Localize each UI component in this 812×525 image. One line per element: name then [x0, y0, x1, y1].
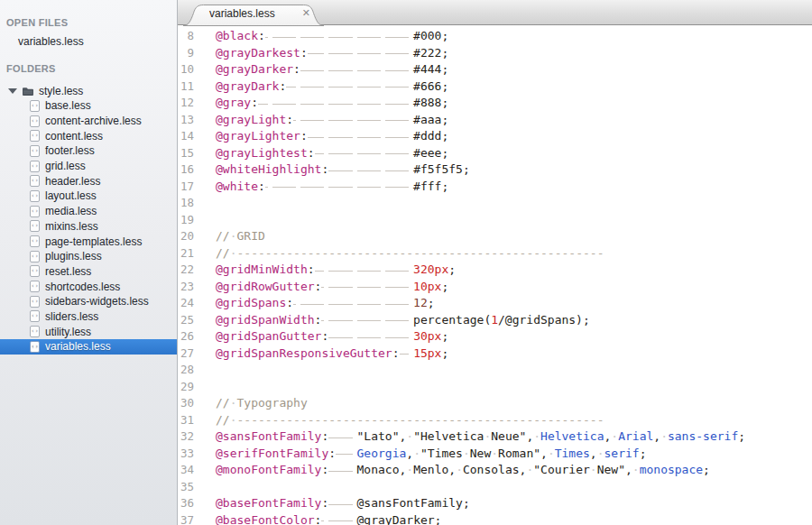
- sidebar-item-grid-less[interactable]: ‹›grid.less: [0, 159, 177, 174]
- code-token: Roman": [498, 447, 540, 460]
- tab-whitespace-mark: [385, 28, 413, 45]
- sidebar-item-utility-less[interactable]: ‹›utility.less: [0, 324, 177, 339]
- file-label: utility.less: [45, 326, 91, 338]
- sidebar-item-footer-less[interactable]: ‹›footer.less: [0, 143, 177, 159]
- code-line[interactable]: 17@white:#fff;: [178, 179, 812, 196]
- code-line[interactable]: 13@grayLight:#aaa;: [178, 112, 812, 129]
- sidebar-item-base-less[interactable]: ‹›base.less: [0, 98, 177, 114]
- folder-label: style.less: [39, 85, 83, 97]
- code-line[interactable]: 33@serifFontFamily:Georgia,·"Times·New·R…: [178, 446, 812, 463]
- tab-whitespace-mark: [385, 145, 413, 162]
- tab-whitespace-mark: [357, 161, 385, 179]
- code-token: ;: [441, 329, 448, 343]
- code-token: @serifFontFamily: [216, 447, 328, 460]
- code-line[interactable]: 8@black:#000;: [178, 28, 812, 45]
- code-line[interactable]: 35: [178, 479, 812, 496]
- code-token: ;: [441, 280, 448, 293]
- line-number: 10: [178, 61, 194, 78]
- code-token: ----------------------------------------…: [236, 246, 604, 260]
- sidebar-item-layout-less[interactable]: ‹›layout.less: [0, 189, 177, 204]
- tab-whitespace-mark: [385, 328, 413, 345]
- sidebar-item-shortcodes-less[interactable]: ‹›shortcodes.less: [0, 279, 177, 294]
- sidebar-item-content-less[interactable]: ‹›content.less: [0, 128, 177, 143]
- tab-whitespace-mark: [300, 295, 328, 312]
- file-label: reset.less: [45, 265, 91, 278]
- sidebar-item-sidebars-widgets-less[interactable]: ‹›sidebars-widgets.less: [0, 294, 177, 309]
- code-token: 320px: [413, 262, 448, 276]
- code-line[interactable]: 26@gridSpanGutter:30px;: [178, 328, 812, 345]
- code-line[interactable]: 9@grayDarkest:#222;: [178, 45, 812, 62]
- code-token: ;: [463, 162, 470, 176]
- code-line[interactable]: 29: [178, 379, 812, 396]
- tab-whitespace-mark: [336, 446, 356, 463]
- sidebar-item-content-archive-less[interactable]: ‹›content-archive.less: [0, 114, 177, 129]
- code-line[interactable]: 30//·Typography: [178, 395, 812, 412]
- code-line[interactable]: 18: [178, 195, 812, 212]
- tab-whitespace-mark: [328, 512, 356, 525]
- code-line[interactable]: 36@baseFontFamily:@sansFontFamily;: [178, 495, 812, 512]
- tab-whitespace-mark: [328, 312, 356, 329]
- app-window: OPEN FILES variables.less FOLDERS style.…: [0, 0, 812, 525]
- code-line[interactable]: 31//·-----------------------------------…: [178, 412, 812, 429]
- sidebar-item-mixins-less[interactable]: ‹›mixins.less: [0, 219, 177, 235]
- tab-whitespace-mark: [272, 95, 300, 112]
- code-line[interactable]: 32@sansFontFamily:"Lato",·"Helvetica·Neu…: [178, 428, 812, 446]
- tab-whitespace-mark: [265, 28, 272, 45]
- sidebar-item-sliders-less[interactable]: ‹›sliders.less: [0, 309, 177, 325]
- code-line[interactable]: 10@grayDarker:#444;: [178, 61, 812, 78]
- code-token: Georgia: [357, 447, 407, 460]
- code-token: ,: [540, 447, 548, 460]
- file-label: content.less: [45, 130, 103, 143]
- code-token: :: [321, 496, 328, 510]
- code-token: ·: [611, 429, 618, 443]
- code-token: /@gridSpans): [498, 313, 583, 327]
- document-icon: ‹›: [30, 100, 40, 112]
- open-file-item[interactable]: variables.less: [0, 34, 177, 50]
- code-token: :: [258, 29, 265, 42]
- line-content: //·-------------------------------------…: [216, 412, 604, 429]
- sidebar: OPEN FILES variables.less FOLDERS style.…: [0, 0, 178, 525]
- code-line[interactable]: 15@grayLightest:#eee;: [178, 145, 812, 162]
- line-number: 15: [178, 145, 194, 162]
- sidebar-item-header-less[interactable]: ‹›header.less: [0, 173, 177, 189]
- line-number: 36: [178, 495, 194, 512]
- code-line[interactable]: 21//·-----------------------------------…: [178, 245, 812, 262]
- sidebar-folder-style-less[interactable]: style.less: [0, 83, 177, 98]
- code-line[interactable]: 20//·GRID: [178, 228, 812, 245]
- code-line[interactable]: 37@baseFontColor:@grayDarker;: [178, 512, 812, 525]
- disclosure-triangle-icon[interactable]: [8, 88, 17, 94]
- code-token: ,: [625, 463, 632, 476]
- code-line[interactable]: 34@monoFontFamily:Monaco,·Menlo,·Consola…: [178, 462, 812, 479]
- code-line[interactable]: 28: [178, 362, 812, 379]
- tab-whitespace-mark: [272, 179, 300, 196]
- sidebar-item-media-less[interactable]: ‹›media.less: [0, 204, 177, 219]
- line-number: 31: [178, 412, 194, 429]
- file-label: layout.less: [45, 189, 97, 202]
- code-token: ·: [413, 447, 420, 460]
- close-icon[interactable]: ✕: [302, 7, 310, 19]
- code-line[interactable]: 24@gridSpans:12;: [178, 295, 812, 312]
- document-icon: ‹›: [30, 175, 40, 187]
- sidebar-item-page-templates-less[interactable]: ‹›page-templates.less: [0, 234, 177, 249]
- code-token: @gridSpans: [216, 296, 286, 309]
- sidebar-item-plugins-less[interactable]: ‹›plugins.less: [0, 249, 177, 264]
- code-line[interactable]: 22@gridMinWidth:320px;: [178, 262, 812, 279]
- sidebar-item-variables-less[interactable]: ‹›variables.less: [0, 339, 177, 355]
- code-line[interactable]: 25@gridSpanWidth:percentage(1/@gridSpans…: [178, 312, 812, 329]
- code-token: ·: [406, 463, 413, 476]
- code-line[interactable]: 12@gray:#888;: [178, 95, 812, 112]
- code-area[interactable]: 8@black:#000;9@grayDarkest:#222;10@grayD…: [178, 25, 812, 525]
- code-token: #f5f5f5: [413, 162, 463, 176]
- code-line[interactable]: 11@grayDark:#666;: [178, 78, 812, 96]
- tab-whitespace-mark: [321, 279, 328, 296]
- code-line[interactable]: 27@gridSpanResponsiveGutter:15px;: [178, 345, 812, 363]
- tab-whitespace-mark: [328, 95, 356, 112]
- tab-whitespace-mark: [293, 112, 300, 129]
- line-number: 21: [178, 245, 194, 262]
- code-line[interactable]: 19: [178, 212, 812, 229]
- sidebar-item-reset-less[interactable]: ‹›reset.less: [0, 264, 177, 280]
- code-line[interactable]: 16@whiteHighlight:#f5f5f5;: [178, 161, 812, 179]
- code-line[interactable]: 23@gridRowGutter:10px;: [178, 279, 812, 296]
- tab-variables-less[interactable]: variables.less ✕: [182, 2, 325, 25]
- code-line[interactable]: 14@grayLighter:#ddd;: [178, 128, 812, 145]
